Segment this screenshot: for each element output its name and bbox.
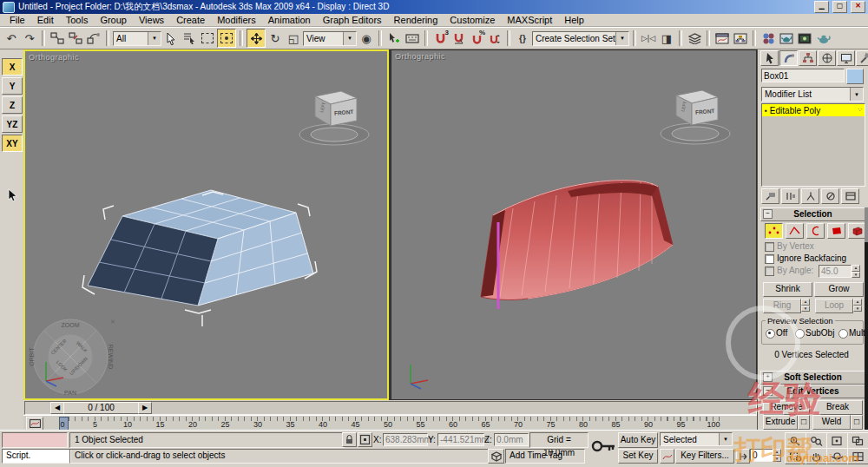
layer-manager-button[interactable] (686, 30, 703, 47)
viewcube[interactable]: LEFT FRONT (652, 83, 735, 148)
render-setup-button[interactable] (778, 30, 795, 47)
modifier-stack[interactable]: ▪ Editable Poly ∵ (761, 103, 865, 187)
extrude-button[interactable]: Extrude (763, 415, 798, 430)
select-and-manipulate-button[interactable] (385, 30, 403, 47)
material-editor-button[interactable] (760, 30, 777, 47)
box01-object[interactable] (81, 188, 324, 327)
tab-utilities[interactable] (856, 50, 868, 66)
create-selection-set-dropdown[interactable]: Create Selection Set▼ (532, 31, 629, 46)
zoom-all-button[interactable] (806, 432, 827, 449)
remove-button[interactable]: Remove (763, 400, 810, 415)
menu-group[interactable]: Group (94, 15, 133, 25)
menu-graph-editors[interactable]: Graph Editors (317, 15, 388, 25)
tab-hierarchy[interactable] (799, 50, 817, 66)
key-filters-button[interactable]: Key Filters... (675, 449, 734, 464)
auto-key-button[interactable]: Auto Key (618, 432, 658, 448)
pan-button[interactable] (806, 448, 827, 464)
axis-constraint-xy[interactable]: XY (2, 135, 23, 152)
by-angle-field[interactable]: 45.0 (819, 265, 852, 278)
axis-constraint-z[interactable]: Z (2, 96, 23, 114)
curve-editor-button[interactable] (713, 30, 731, 47)
select-and-link-button[interactable] (49, 30, 66, 47)
zoom-region-button[interactable] (785, 448, 806, 464)
extrude-settings-button[interactable]: □ (798, 415, 810, 430)
make-unique-button[interactable] (801, 188, 819, 204)
axis-constraint-yz[interactable]: YZ (2, 115, 23, 133)
y-coord-field[interactable]: -441.521mm (437, 433, 484, 446)
reference-coordinate-dropdown[interactable]: View▼ (303, 31, 357, 46)
selection-rollout-header[interactable]: −Selection (760, 207, 865, 221)
close-button[interactable]: ✕ (851, 1, 865, 13)
add-time-tag[interactable]: Add Time Tag (505, 449, 585, 464)
loop-spinner[interactable]: ▲▼ (853, 299, 862, 312)
menu-maxscript[interactable]: MAXScript (501, 15, 558, 25)
menu-customize[interactable]: Customize (444, 15, 501, 25)
align-button[interactable]: ◨ (658, 30, 675, 47)
macro-recorder-field[interactable] (2, 432, 68, 448)
percent-snap-button[interactable]: % (468, 30, 485, 47)
menu-animation[interactable]: Animation (262, 15, 317, 25)
panel-scrollbar[interactable] (865, 207, 868, 430)
tab-create[interactable] (760, 50, 779, 66)
bind-to-spacewarp-button[interactable] (85, 30, 102, 47)
viewport-label[interactable]: Orthographic (395, 52, 445, 61)
keyboard-override-button[interactable] (404, 30, 421, 47)
default-tangent-button[interactable] (660, 449, 674, 464)
absolute-offset-toggle[interactable] (358, 432, 372, 447)
object-name-field[interactable] (761, 69, 845, 82)
axis-constraint-y[interactable]: Y (2, 77, 23, 95)
time-tag-icon-button[interactable] (488, 449, 504, 464)
selection-lock-toggle[interactable] (342, 432, 357, 447)
zoom-button[interactable] (785, 432, 806, 449)
zoom-extents-button[interactable] (826, 432, 848, 449)
orbit-button[interactable] (826, 448, 848, 464)
next-frame-button[interactable]: ▶ (138, 402, 152, 414)
spinner-snap-button[interactable] (486, 30, 503, 47)
mirror-button[interactable]: ▷|◁ (640, 30, 657, 47)
x-coord-field[interactable]: 638.283mm (383, 433, 428, 446)
menu-file[interactable]: File (3, 15, 31, 25)
viewport-left-orthographic[interactable]: Orthographic LEFT FRONT (23, 49, 389, 400)
panel-scrollbar-thumb[interactable] (865, 207, 868, 242)
snaps-toggle-button[interactable]: 3 (431, 30, 449, 47)
stack-item-editable-poly[interactable]: ▪ Editable Poly ∵ (762, 104, 865, 116)
grow-button[interactable]: Grow (814, 282, 864, 297)
menu-edit[interactable]: Edit (31, 15, 60, 25)
set-key-button[interactable]: Set Key (618, 449, 658, 464)
weld-settings-button[interactable]: □ (851, 415, 863, 430)
menu-views[interactable]: Views (133, 15, 170, 25)
maximize-viewport-toggle[interactable] (847, 448, 868, 464)
unlink-selection-button[interactable] (67, 30, 84, 47)
soft-selection-rollout-header[interactable]: +Soft Selection (760, 371, 865, 385)
angle-snap-button[interactable] (450, 30, 467, 47)
by-angle-spinner[interactable]: ▲▼ (852, 265, 860, 278)
quick-render-button[interactable] (814, 30, 832, 47)
menu-help[interactable]: Help (558, 15, 590, 25)
wheel-rewind-label[interactable]: REWIND (108, 345, 114, 369)
redo-button[interactable]: ↷ (21, 30, 38, 47)
frame-spinner[interactable]: ▲▼ (773, 449, 781, 462)
menu-tools[interactable]: Tools (60, 15, 95, 25)
use-pivot-center-button[interactable]: ◉ (358, 30, 375, 47)
rendered-frame-window-button[interactable] (796, 30, 813, 47)
window-crossing-toggle[interactable] (217, 29, 236, 48)
edit-vertices-rollout-header[interactable]: −Edit Vertices (760, 385, 865, 398)
viewport-right-orthographic[interactable]: Orthographic LEFT FRONT (391, 49, 757, 400)
pin-stack-button[interactable] (761, 188, 779, 204)
viewcube[interactable]: LEFT FRONT (291, 84, 374, 148)
shrink-button[interactable]: Shrink (763, 282, 812, 297)
select-and-scale-button[interactable]: ◱ (285, 30, 302, 47)
schematic-view-button[interactable] (732, 30, 749, 47)
select-and-rotate-button[interactable]: ↻ (266, 30, 284, 47)
rectangular-selection-region-button[interactable] (199, 30, 216, 47)
axis-constraint-x[interactable]: X (2, 58, 23, 76)
wheel-zoom-label[interactable]: ZOOM (62, 322, 80, 328)
polygon-mode-button[interactable] (827, 223, 845, 239)
menu-create[interactable]: Create (170, 15, 211, 25)
ignore-backfacing-checkbox[interactable] (765, 254, 774, 264)
time-slider-handle[interactable]: 0 / 100 (63, 402, 139, 414)
remove-modifier-button[interactable] (821, 188, 839, 204)
show-end-result-button[interactable] (781, 188, 799, 204)
border-mode-button[interactable] (806, 223, 825, 239)
preview-subobj-radio[interactable] (795, 329, 805, 339)
